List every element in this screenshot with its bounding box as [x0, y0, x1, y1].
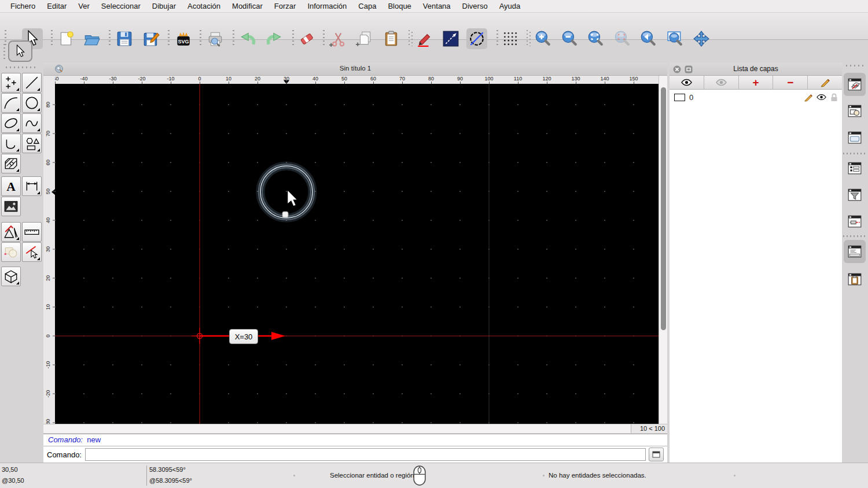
svg-export-button[interactable]: SVG — [173, 28, 194, 49]
save-button[interactable] — [114, 28, 135, 49]
toolbar-grip[interactable] — [109, 30, 111, 46]
menu-seleccionar[interactable]: Seleccionar — [95, 0, 146, 13]
zoom-window-button[interactable] — [664, 28, 685, 49]
spline-tool-button[interactable] — [22, 113, 42, 133]
menu-forzar[interactable]: Forzar — [269, 0, 302, 13]
zoom-selected-button[interactable] — [612, 28, 632, 49]
toolbar-grip[interactable] — [233, 30, 234, 46]
zoom-previous-button[interactable] — [638, 28, 659, 49]
palette-selection-button[interactable] — [8, 40, 32, 62]
layer-color-swatch[interactable] — [674, 94, 685, 101]
print-preview-button[interactable] — [205, 28, 226, 49]
dock-layer-list-button[interactable] — [844, 73, 866, 96]
menu-diverso[interactable]: Diverso — [457, 0, 494, 13]
palette-grip[interactable] — [3, 44, 5, 60]
layer-panel-header[interactable]: Lista de capas — [670, 62, 842, 76]
vertical-scrollbar-thumb[interactable] — [661, 87, 666, 330]
line-attributes-button[interactable] — [440, 28, 461, 49]
remove-layer-button[interactable]: − — [773, 76, 808, 90]
dock-library-browser-button[interactable] — [844, 126, 866, 149]
menu-ventana[interactable]: Ventana — [417, 0, 457, 13]
menu-editar[interactable]: Editar — [41, 0, 72, 13]
polyline-tool-button[interactable] — [1, 134, 21, 153]
open-file-button[interactable] — [82, 28, 102, 49]
circle-tool-button[interactable] — [22, 93, 42, 113]
hide-all-layers-button[interactable] — [704, 76, 739, 90]
vertical-scrollbar[interactable] — [659, 76, 667, 424]
add-layer-button[interactable]: + — [739, 76, 774, 90]
delete-button[interactable] — [296, 28, 317, 49]
toolbar-grip[interactable] — [168, 30, 170, 46]
layer-panel-toolbar: + − — [670, 76, 842, 90]
line-tool-button[interactable] — [22, 73, 42, 93]
undo-button[interactable] — [237, 28, 258, 49]
pen-attributes-button[interactable] — [414, 28, 435, 49]
circle-attributes-button[interactable] — [466, 28, 487, 49]
construction-tool-button[interactable] — [1, 222, 21, 242]
zoom-out-button[interactable] — [559, 28, 580, 49]
menu-acotacion[interactable]: Acotación — [182, 0, 226, 13]
redo-button[interactable] — [264, 28, 285, 49]
document-title-bar[interactable]: Sin título 1 — [43, 62, 667, 76]
text-tool-button[interactable]: A — [1, 176, 21, 196]
grid-toggle-button[interactable] — [500, 28, 521, 49]
show-all-layers-button[interactable] — [670, 76, 704, 90]
copy-button[interactable] — [354, 28, 375, 49]
menu-modificar[interactable]: Modificar — [226, 0, 269, 13]
menu-dibujar[interactable]: Dibujar — [146, 0, 182, 13]
layer-row[interactable]: 0 — [670, 90, 842, 105]
points-icon — [3, 75, 19, 90]
menu-bloque[interactable]: Bloque — [382, 0, 417, 13]
dock-pen-widget-button[interactable] — [844, 210, 866, 233]
drawing-canvas[interactable]: X=30 — [55, 84, 659, 424]
menu-capa[interactable]: Capa — [352, 0, 382, 13]
dock-clipboard-button[interactable] — [844, 268, 866, 291]
layer-edit-pencil-icon[interactable] — [804, 93, 812, 102]
ellipse-tool-button[interactable] — [1, 113, 21, 133]
image-tool-button[interactable] — [1, 197, 21, 216]
zoom-in-button[interactable] — [532, 28, 553, 49]
horizontal-scrollbar[interactable] — [43, 424, 631, 433]
save-icon — [116, 30, 133, 47]
menu-ayuda[interactable]: Ayuda — [494, 0, 527, 13]
toolbar-grip[interactable] — [51, 30, 53, 46]
toolbar-grip[interactable] — [409, 30, 413, 46]
box3d-tool-button[interactable] — [1, 267, 21, 286]
points-tool-button[interactable] — [1, 73, 21, 93]
polygon-tool-button[interactable] — [22, 134, 42, 153]
dimension-tool-button[interactable] — [22, 176, 42, 196]
eye-off-icon — [716, 79, 727, 86]
pan-button[interactable] — [691, 28, 712, 49]
entity-handle[interactable] — [282, 212, 288, 217]
zoom-auto-button[interactable] — [585, 28, 606, 49]
select-entity-tool-button[interactable] — [22, 242, 42, 262]
command-detach-button[interactable] — [649, 448, 664, 461]
dock-command-line-button[interactable] — [844, 240, 866, 263]
new-file-button[interactable] — [56, 28, 76, 49]
menu-informacion[interactable]: Información — [301, 0, 352, 13]
paste-button[interactable] — [381, 28, 402, 49]
menu-fichero[interactable]: Fichero — [5, 0, 41, 13]
menu-bar: Fichero Editar Ver Seleccionar Dibujar A… — [0, 0, 868, 13]
edit-layer-button[interactable] — [808, 76, 842, 90]
layer-lock-icon[interactable] — [830, 93, 838, 102]
arc-tool-button[interactable] — [1, 93, 21, 113]
dock-grip[interactable] — [846, 65, 863, 66]
toolbar-grip[interactable] — [200, 30, 201, 46]
measure-tool-button[interactable] — [22, 222, 42, 242]
save-as-button[interactable] — [141, 28, 161, 49]
toolbar-grip[interactable] — [292, 30, 294, 46]
hatch-tool-button[interactable] — [1, 154, 21, 173]
cut-button[interactable] — [328, 28, 348, 49]
command-input[interactable] — [85, 448, 646, 461]
toolbar-grip[interactable] — [496, 30, 498, 46]
modify-tool-button[interactable] — [1, 242, 21, 262]
dock-property-list-button[interactable] — [844, 157, 866, 180]
dock-filter-button[interactable] — [844, 183, 866, 206]
menu-ver[interactable]: Ver — [72, 0, 95, 13]
dock-block-list-button[interactable] — [844, 99, 866, 123]
toolbar-grip[interactable] — [323, 30, 325, 46]
toolbar-grip[interactable] — [527, 30, 531, 46]
palette-grip[interactable] — [6, 66, 36, 68]
layer-visibility-eye-icon[interactable] — [816, 94, 826, 101]
